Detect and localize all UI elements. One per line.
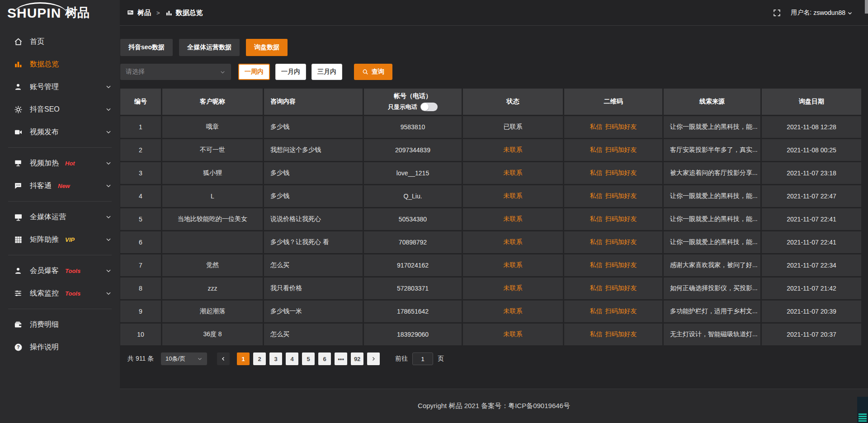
scrollbar-thumb[interactable] [865,0,868,14]
inquiry-table: 编号 客户昵称 咨询内容 帐号（电话） 只显示电话 状态 二维码 线索来源 询盘… [120,89,861,345]
sidebar-item-video-publish[interactable]: 视频发布 [0,121,120,143]
cell-lead-source[interactable]: 让你一眼就爱上的黑科技，能... [664,208,760,230]
cell-qrcode: 私信 扫码加好友 [564,139,662,161]
sidebar-item-instructions[interactable]: ? 操作说明 [0,336,120,358]
sidebar-item-matrix-boost[interactable]: 矩阵助推 VIP [0,228,120,251]
monitor-icon [14,212,23,221]
page-button-4[interactable]: 4 [286,352,298,365]
private-message-link[interactable]: 私信 [590,146,603,154]
cell-lead-source[interactable]: 感谢大家喜欢我家，被问了好... [664,254,760,276]
cell-qrcode: 私信 扫码加好友 [564,116,662,138]
private-message-link[interactable]: 私信 [590,261,603,269]
brand-logo-text: SHUPIN [7,6,61,20]
private-message-link[interactable]: 私信 [590,123,603,131]
scan-add-friend-link[interactable]: 扫码加好友 [605,238,637,246]
scan-add-friend-link[interactable]: 扫码加好友 [605,169,637,177]
chevron-down-icon [105,106,112,113]
sidebar-item-omnimedia-operation[interactable]: 全媒体运营 [0,206,120,228]
scan-add-friend-link[interactable]: 扫码加好友 [605,261,637,269]
page-button-92[interactable]: 92 [351,352,363,365]
sidebar-item-douyin-seo[interactable]: 抖音SEO [0,98,120,121]
cell-lead-source[interactable]: 让你一眼就爱上的黑科技，能... [664,116,760,138]
scan-add-friend-link[interactable]: 扫码加好友 [605,307,637,315]
logo-arc-decoration [14,2,67,14]
page-size-select[interactable]: 10条/页 [161,352,207,365]
sidebar-item-doukketong[interactable]: 抖客通 New [0,174,120,197]
next-page-button[interactable] [367,352,380,365]
page-button-3[interactable]: 3 [269,352,282,365]
home-icon [14,37,23,46]
scan-add-friend-link[interactable]: 扫码加好友 [605,284,637,292]
breadcrumb-root[interactable]: 树品 [137,9,151,17]
goto-page-input[interactable] [412,352,433,365]
footer: Copyright 树品 2021 备案号：粤ICP备09019646号 [120,389,868,423]
scan-add-friend-link[interactable]: 扫码加好友 [605,330,637,338]
cell-lead-source[interactable]: 让你一眼就爱上的黑科技，能... [664,231,760,253]
search-button[interactable]: 查询 [354,64,392,80]
cell-nickname: 潮起潮落 [162,301,263,322]
page-button-1[interactable]: 1 [237,352,250,365]
prev-page-button[interactable] [217,352,230,365]
chevron-down-icon [105,290,112,296]
cell-lead-source[interactable]: 多功能护栏灯，适用于乡村文... [664,301,760,322]
sidebar-item-video-heating[interactable]: 视频加热 Hot [0,152,120,174]
private-message-link[interactable]: 私信 [590,330,603,338]
scan-add-friend-link[interactable]: 扫码加好友 [605,146,637,154]
copyright-text: Copyright 树品 2021 备案号：粤ICP备09019646号 [418,402,570,410]
scan-add-friend-link[interactable]: 扫码加好友 [605,215,637,223]
page-button-6[interactable]: 6 [318,352,331,365]
sidebar-item-label: 消费明细 [30,320,59,329]
tab-inquiry-data[interactable]: 询盘数据 [246,39,288,56]
tab-douyin-seo-data[interactable]: 抖音seo数据 [120,39,173,56]
status-cell: 已联系 [463,116,563,138]
topbar-right: 用户名: zswodun88 [773,9,853,17]
cell-id: 6 [120,231,161,253]
page-button-2[interactable]: 2 [253,352,266,365]
private-message-link[interactable]: 私信 [590,307,603,315]
cell-lead-source[interactable]: 客厅安装投影半年多了，真实... [664,139,760,161]
cell-inquiry-date: 2021-11-07 22:41 [762,208,861,230]
content-spacer [120,365,861,389]
private-message-link[interactable]: 私信 [590,238,603,246]
range-week-button[interactable]: 一周内 [238,64,270,80]
private-message-link[interactable]: 私信 [590,215,603,223]
cell-id: 10 [120,324,161,345]
column-header-qrcode: 二维码 [564,89,662,115]
scan-add-friend-link[interactable]: 扫码加好友 [605,123,637,131]
cell-inquiry-date: 2021-11-07 22:41 [762,231,861,253]
range-month-button[interactable]: 一月内 [275,64,306,80]
phone-only-toggle[interactable] [420,103,438,111]
cell-inquiry-date: 2021-11-07 20:37 [762,324,861,345]
sidebar-item-account-management[interactable]: 账号管理 [0,75,120,98]
sidebar-item-member-burst[interactable]: 会员爆客 Tools [0,259,120,282]
cell-lead-source[interactable]: 如何正确选择投影仪，买投影... [664,277,760,299]
content: 抖音seo数据 全媒体运营数据 询盘数据 请选择 一周内 一月内 三月内 [120,26,868,389]
scan-add-friend-link[interactable]: 扫码加好友 [605,192,637,200]
cell-lead-source[interactable]: 被大家追着问的客厅投影分享... [664,162,760,184]
chevron-down-icon [220,69,226,75]
fullscreen-icon[interactable] [773,9,781,17]
private-message-link[interactable]: 私信 [590,169,603,177]
range-quarter-button[interactable]: 三月内 [311,64,342,80]
chat-icon [14,181,23,190]
sidebar-item-home[interactable]: 首页 [0,30,120,53]
cell-id: 5 [120,208,161,230]
cell-id: 9 [120,301,161,322]
tab-omnimedia-data[interactable]: 全媒体运营数据 [179,39,240,56]
user-menu[interactable]: 用户名: zswodun88 [791,9,853,17]
cell-content: 说说价格让我死心 [264,208,363,230]
private-message-link[interactable]: 私信 [590,284,603,292]
cell-lead-source[interactable]: 无主灯设计，智能磁吸轨道灯... [664,324,760,345]
cell-nickname [162,231,263,253]
cell-lead-source[interactable]: 让你一眼就爱上的黑科技，能... [664,185,760,207]
cell-inquiry-date: 2021-11-07 22:34 [762,254,861,276]
private-message-link[interactable]: 私信 [590,192,603,200]
cell-content: 多少钱？让我死心 看 [264,231,363,253]
sidebar-item-lead-monitoring[interactable]: 线索监控 Tools [0,282,120,305]
sidebar-item-data-overview[interactable]: 数据总览 [0,53,120,75]
more-pages-button[interactable]: ••• [335,352,347,365]
page-button-5[interactable]: 5 [302,352,315,365]
chevron-down-icon [105,214,112,220]
sidebar-item-spending-details[interactable]: 消费明细 [0,313,120,336]
filter-select[interactable]: 请选择 [120,64,231,80]
